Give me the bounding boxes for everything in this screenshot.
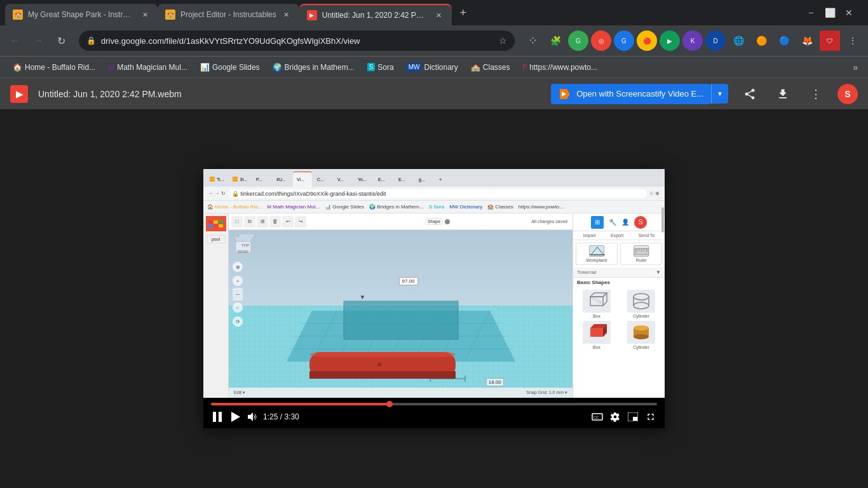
svg-line-46 [636, 298, 646, 304]
tab-1[interactable]: 🏫 My Great Shape Park - Instructab... ✕ [5, 4, 158, 25]
bookmark-bridges[interactable]: 🌍 Bridges in Mathem... [268, 60, 360, 74]
google-apps-button[interactable]: ⁘ [522, 30, 543, 51]
inner-url: 🔒 tinkercad.com/things/IXvaD9oXXik-grand… [228, 189, 647, 198]
video-miniplayer-button[interactable] [627, 410, 639, 423]
workplane-button[interactable]: Workplane [576, 243, 618, 265]
svg-rect-4 [236, 234, 255, 241]
bookmark-star-icon[interactable]: ☆ [499, 36, 507, 46]
ruler-button[interactable]: Ruler [620, 243, 662, 265]
bookmark-powto[interactable]: P https://www.powto... [518, 60, 602, 74]
tinkercad-app: pool □ ⧉ ⊞ 🗑 [203, 214, 665, 398]
bookmark-classes[interactable]: 🏫 Classes [466, 60, 515, 74]
extension-11[interactable]: 🦊 [797, 30, 817, 51]
right-panel-top-buttons: ⊞ 🔧 👤 S [573, 214, 665, 231]
video-progress-bar[interactable] [211, 403, 657, 405]
user-initial: S [844, 89, 850, 99]
bookmark-sora-label: Sora [377, 63, 393, 72]
bottom-measurement-label: 18.00 [486, 378, 504, 386]
extension-8[interactable]: 🌐 [728, 30, 749, 51]
svg-rect-55 [213, 412, 216, 422]
video-controls-row: 1:25 / 3:30 CC [211, 410, 657, 423]
reload-button[interactable]: ↻ [51, 30, 71, 51]
extension-puzzle-icon[interactable]: 🧩 [545, 30, 566, 51]
tab-3-close[interactable]: ✕ [434, 10, 444, 20]
video-settings-button[interactable] [609, 410, 621, 423]
cylinder-outline-shape[interactable]: Cylinder [620, 290, 662, 318]
inner-tab-10: g... [415, 172, 434, 187]
drive-more-options-button[interactable]: ⋮ [804, 83, 827, 105]
cylinder-outline-label: Cylinder [633, 314, 649, 318]
extension-4[interactable]: 🔴 [637, 30, 657, 51]
open-with-button[interactable]: Open with Screencastify Video E... [551, 84, 711, 104]
bookmark-home[interactable]: 🏠 Home - Buffalo Rid... [8, 60, 100, 74]
extension-12[interactable]: 🛡 [820, 30, 840, 51]
more-options-button[interactable]: ⋮ [843, 30, 863, 51]
extension-6[interactable]: K [682, 30, 703, 51]
drive-download-button[interactable] [771, 83, 794, 105]
extension-9[interactable]: 🟠 [751, 30, 771, 51]
bookmarks-more-button[interactable]: » [850, 60, 860, 75]
video-controls: 1:25 / 3:30 CC [203, 398, 665, 428]
video-pause-button[interactable] [211, 410, 224, 423]
extension-3[interactable]: G [614, 30, 634, 51]
drive-header-right: ⋮ S [738, 83, 858, 105]
extension-1[interactable]: G [568, 30, 588, 51]
new-tab-button[interactable]: + [454, 4, 472, 22]
inner-tab-2: 3I... [229, 172, 251, 187]
svg-point-54 [634, 325, 649, 330]
box-outline-shape[interactable]: Box [576, 290, 618, 318]
svg-rect-21 [309, 352, 456, 357]
inner-tab-3: P... [252, 172, 271, 187]
video-volume-button[interactable] [247, 411, 258, 423]
tab-bar: 🏫 My Great Shape Park - Instructab... ✕ … [0, 0, 868, 25]
extension-10[interactable]: 🔵 [774, 30, 794, 51]
svg-rect-62 [633, 417, 637, 421]
svg-marker-58 [248, 412, 253, 421]
drive-header: ▶ Untitled: Jun 1, 2020 2:42 PM.webm Ope… [0, 78, 868, 109]
inner-tab-8: E... [374, 172, 393, 187]
workplane-label: Workplane [586, 258, 607, 262]
video-progress-thumb [386, 401, 393, 407]
video-play-button[interactable] [229, 410, 241, 423]
svg-rect-20 [309, 371, 456, 379]
bookmark-dictionary[interactable]: MW Dictionary [402, 60, 463, 74]
back-button[interactable]: ← [5, 30, 25, 51]
drive-share-button[interactable] [738, 83, 761, 105]
inner-tab-6: V... [334, 172, 353, 187]
tab-2-close[interactable]: ✕ [281, 10, 292, 20]
import-label: Import [583, 233, 596, 238]
tinkercad-section-header: Tinkercad ▼ [573, 268, 665, 278]
bookmark-slides[interactable]: 📊 Google Slides [195, 60, 265, 74]
extension-5[interactable]: ▶ [660, 30, 680, 51]
user-avatar[interactable]: S [837, 84, 858, 104]
maximize-button[interactable]: ⬜ [821, 4, 839, 22]
bookmark-bridges-label: Bridges in Mathem... [285, 63, 355, 72]
forward-button[interactable]: → [28, 30, 48, 51]
video-cc-button[interactable]: CC [591, 410, 604, 423]
tinkercad-viewport: TOP FRONT ⊕ + — − ⟳ [229, 230, 573, 398]
video-fullscreen-button[interactable] [644, 410, 657, 423]
close-button[interactable]: ✕ [840, 4, 858, 22]
bookmark-sora[interactable]: S Sora [362, 60, 399, 74]
extension-7[interactable]: D [705, 30, 726, 51]
tab-2[interactable]: 🏫 Project Editor - Instructables ✕ [158, 4, 299, 25]
panel-scrollbar[interactable] [661, 207, 664, 233]
tab-2-favicon: 🏫 [165, 10, 175, 20]
svg-rect-56 [219, 412, 222, 422]
main-content: Ti... 3I... P... 4U... Vi... [0, 109, 868, 488]
extension-2[interactable]: ◎ [591, 30, 611, 51]
tab-1-close[interactable]: ✕ [140, 10, 150, 20]
box-solid-shape[interactable]: Box [576, 321, 618, 349]
minimize-button[interactable]: − [802, 4, 820, 22]
address-bar[interactable]: 🔒 drive.google.com/file/d/1asKkVYtSRrtzY… [79, 30, 515, 51]
open-with-dropdown-button[interactable]: ▼ [711, 84, 728, 104]
tab-3[interactable]: ▶ Untitled: Jun 1, 2020 2:42 PM.we... ✕ [299, 4, 452, 25]
tab-2-title: Project Editor - Instructables [180, 10, 276, 19]
video-player[interactable]: Ti... 3I... P... 4U... Vi... [203, 169, 665, 428]
svg-rect-18 [344, 301, 458, 339]
nav-controls: ⊕ + — − ⟳ [233, 262, 243, 327]
bookmark-math[interactable]: M Math Magician Mul... [103, 60, 193, 74]
svg-text:CC: CC [593, 416, 599, 419]
toolbar-icons: ⁘ 🧩 G ◎ G 🔴 ▶ K D 🌐 🟠 🔵 🦊 🛡 ⋮ [522, 30, 863, 51]
cylinder-solid-shape[interactable]: Cylinder [620, 321, 662, 349]
